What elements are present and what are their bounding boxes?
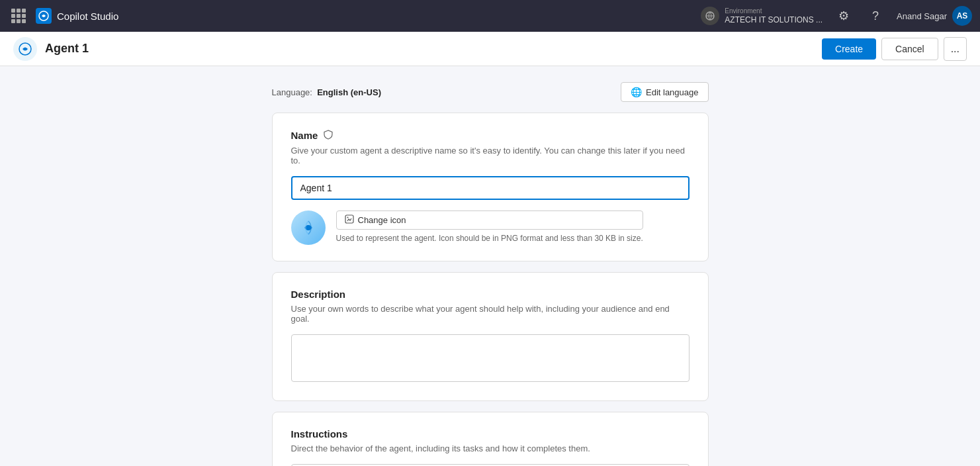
agent-avatar-small	[13, 37, 37, 61]
icon-row: Change icon Used to represent the agent.…	[291, 210, 690, 245]
svg-point-7	[347, 217, 348, 218]
settings-button[interactable]: ⚙	[833, 5, 854, 26]
create-button[interactable]: Create	[822, 38, 876, 60]
name-card-subtitle: Give your custom agent a descriptive nam…	[291, 146, 690, 165]
description-card-title: Description	[291, 289, 690, 300]
user-initials: AS	[957, 11, 968, 21]
user-name: Anand Sagar	[897, 11, 947, 21]
description-card-subtitle: Use your own words to describe what your…	[291, 304, 690, 324]
language-value: English (en-US)	[317, 87, 381, 97]
name-card-title: Name	[291, 129, 690, 142]
change-icon-btn-icon	[345, 214, 354, 226]
apps-grid-icon	[11, 9, 26, 23]
svg-rect-6	[345, 215, 353, 223]
name-input[interactable]	[291, 176, 690, 200]
agent-title: Agent 1	[45, 42, 814, 56]
instructions-card-title: Instructions	[291, 428, 690, 440]
edit-language-icon: 🌐	[631, 87, 642, 97]
user-avatar: AS	[952, 6, 972, 26]
description-card: Description Use your own words to descri…	[272, 272, 709, 401]
svg-point-5	[306, 225, 311, 230]
environment-block: Environment AZTECH IT SOLUTIONS ...	[701, 7, 823, 25]
environment-name: AZTECH IT SOLUTIONS ...	[725, 15, 823, 24]
name-card: Name Give your custom agent a descriptiv…	[272, 113, 709, 261]
environment-icon	[701, 7, 719, 25]
header-actions: Create Cancel ...	[822, 37, 967, 61]
change-icon-button[interactable]: Change icon	[336, 210, 643, 230]
help-button[interactable]: ?	[865, 5, 886, 26]
app-logo: Copilot Studio	[36, 8, 118, 24]
user-profile: Anand Sagar AS	[897, 6, 972, 26]
edit-language-button[interactable]: 🌐 Edit language	[621, 82, 709, 102]
app-name-label: Copilot Studio	[57, 11, 118, 22]
shield-icon	[323, 129, 334, 142]
environment-label: Environment	[725, 7, 823, 15]
top-navigation: Copilot Studio Environment AZTECH IT SOL…	[0, 0, 980, 32]
apps-grid-button[interactable]	[8, 5, 29, 26]
environment-text: Environment AZTECH IT SOLUTIONS ...	[725, 7, 823, 24]
language-label: Language: English (en-US)	[272, 87, 381, 97]
settings-icon: ⚙	[838, 9, 849, 23]
main-content: Language: English (en-US) 🌐 Edit languag…	[0, 66, 980, 466]
help-icon: ?	[872, 9, 879, 23]
copilot-logo-icon	[36, 8, 52, 24]
icon-info: Change icon Used to represent the agent.…	[336, 210, 643, 243]
instructions-card: Instructions Direct the behavior of the …	[272, 412, 709, 466]
more-options-button[interactable]: ...	[944, 37, 967, 61]
cancel-button[interactable]: Cancel	[881, 38, 938, 60]
description-textarea[interactable]	[291, 334, 690, 382]
agent-icon-preview	[291, 210, 326, 245]
instructions-card-subtitle: Direct the behavior of the agent, includ…	[291, 443, 690, 453]
icon-hint: Used to represent the agent. Icon should…	[336, 234, 643, 243]
agent-header-bar: Agent 1 Create Cancel ...	[0, 32, 980, 66]
language-bar: Language: English (en-US) 🌐 Edit languag…	[272, 82, 709, 102]
